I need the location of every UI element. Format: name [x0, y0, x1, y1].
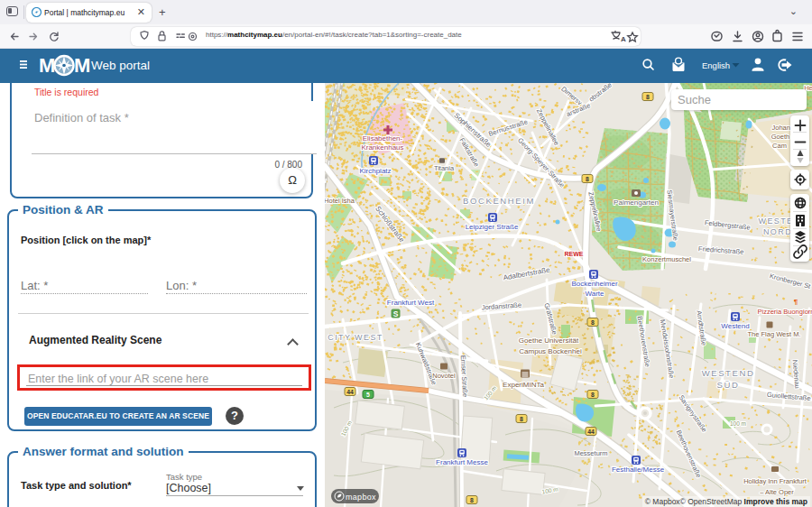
svg-text:¶: ¶ — [794, 298, 798, 306]
svg-text:M: M — [39, 54, 55, 77]
svg-text:The Flag West M.: The Flag West M. — [747, 330, 800, 338]
svg-text:Frankfurt West: Frankfurt West — [387, 299, 435, 307]
svg-text:Kirchplatz: Kirchplatz — [359, 167, 391, 175]
svg-text:8: 8 — [470, 497, 474, 503]
svg-text:NORD: NORD — [763, 227, 792, 236]
svg-text:REWE: REWE — [565, 251, 584, 257]
svg-text:WESTEND: WESTEND — [702, 368, 755, 378]
svg-text:Leipziger Straße: Leipziger Straße — [466, 223, 519, 231]
svg-text:Holiday Inn Frankfurt: Holiday Inn Frankfurt — [743, 477, 807, 485]
svg-text:5: 5 — [366, 392, 370, 398]
svg-text:8: 8 — [586, 176, 589, 182]
svg-text:Goeth: Goeth — [771, 133, 789, 141]
svg-text:Web portal: Web portal — [91, 59, 150, 72]
svg-text:Cam: Cam — [772, 142, 787, 150]
svg-text:A: A — [621, 35, 626, 43]
svg-text:Konzertmuschel: Konzertmuschel — [642, 255, 691, 263]
svg-text:Warte: Warte — [585, 290, 604, 298]
svg-text:Bockenheimer: Bockenheimer — [571, 280, 617, 288]
svg-text:CITY WEST: CITY WEST — [328, 333, 383, 342]
svg-text:– Alte Oper: – Alte Oper — [760, 488, 794, 496]
svg-text:Titania: Titania — [434, 164, 455, 172]
svg-text:Goethe Universität: Goethe Universität — [519, 336, 579, 345]
svg-text:8: 8 — [520, 416, 523, 422]
svg-text:Palmengarten: Palmengarten — [614, 198, 659, 207]
svg-text:SÜD: SÜD — [717, 380, 740, 390]
svg-text:44: 44 — [346, 389, 354, 395]
svg-text:8: 8 — [591, 392, 595, 398]
svg-text:Festhalle/Messe: Festhalle/Messe — [612, 466, 665, 474]
svg-text:Elisabethen-: Elisabethen- — [363, 134, 403, 143]
svg-text:8: 8 — [646, 94, 650, 100]
svg-text:Krankenhaus: Krankenhaus — [361, 143, 403, 152]
svg-text:Frankfurt Messe: Frankfurt Messe — [436, 458, 488, 466]
svg-text:Novotel: Novotel — [432, 372, 456, 380]
svg-text:WESTE: WESTE — [758, 217, 793, 226]
svg-text:Hotel Isha: Hotel Isha — [325, 197, 355, 205]
svg-text:M: M — [74, 54, 90, 77]
svg-text:S: S — [393, 309, 399, 318]
svg-text:100 m: 100 m — [730, 420, 746, 427]
svg-text:Campus Bockenhei: Campus Bockenhei — [519, 347, 582, 355]
svg-text:ExperiMINTa: ExperiMINTa — [503, 381, 544, 389]
svg-text:BOCKENHEIM: BOCKENHEIM — [463, 196, 535, 206]
svg-text:English: English — [702, 60, 730, 70]
svg-text:Pizzeria Buongiorn: Pizzeria Buongiorn — [758, 308, 812, 316]
svg-text:8: 8 — [591, 319, 595, 326]
svg-text:Westend: Westend — [721, 322, 749, 330]
svg-text:Messeturm: Messeturm — [574, 449, 607, 457]
svg-text:44: 44 — [587, 429, 595, 435]
